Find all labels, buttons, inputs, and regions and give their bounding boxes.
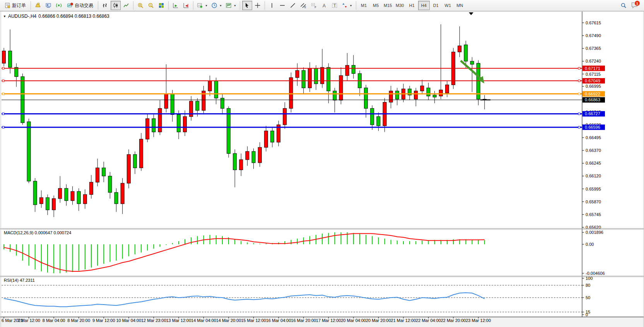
zoom-in-icon [137, 2, 143, 9]
text-tool-button[interactable]: A [319, 1, 329, 10]
chart-window: 0.676150.674900.673650.672400.671150.669… [0, 11, 644, 327]
svg-text:22 Mar 20:00: 22 Mar 20:00 [441, 318, 466, 323]
navigator-icon [45, 2, 51, 9]
timeframe-m30-button[interactable]: M30 [394, 1, 406, 10]
svg-text:12 Mar 23:00: 12 Mar 23:00 [141, 318, 166, 323]
chart-shift-button[interactable] [181, 1, 191, 10]
svg-text:0.67171: 0.67171 [585, 66, 600, 71]
new-order-label: 新订单 [12, 2, 26, 9]
autotrading-button[interactable]: 自动交易 [64, 1, 96, 10]
svg-text:F: F [314, 6, 316, 9]
toolbar-separator [133, 1, 133, 10]
crosshair-tool-button[interactable] [253, 1, 263, 10]
zoom-out-icon [148, 2, 154, 9]
svg-text:100: 100 [586, 276, 593, 281]
cursor-tool-button[interactable] [242, 1, 252, 10]
timeframe-m5-button[interactable]: M5 [370, 1, 382, 10]
svg-text:0.67049: 0.67049 [585, 78, 600, 83]
timeframe-m1-button[interactable]: M1 [358, 1, 370, 10]
svg-text:0.67240: 0.67240 [586, 59, 601, 63]
market-watch-button[interactable] [33, 1, 43, 10]
svg-text:17 Mar 12:00: 17 Mar 12:00 [316, 318, 341, 323]
svg-text:0.00: 0.00 [586, 242, 594, 247]
vertical-line-icon [269, 2, 275, 9]
search-icon [620, 2, 627, 9]
zoom-out-button[interactable] [146, 1, 156, 10]
chart-shift-icon [183, 2, 189, 9]
svg-text:0.65745: 0.65745 [586, 212, 601, 217]
crosshair-icon [255, 2, 261, 9]
svg-text:0.66370: 0.66370 [586, 148, 601, 153]
svg-text:E: E [304, 6, 306, 9]
signals-button[interactable] [54, 1, 64, 10]
svg-text:0: 0 [586, 312, 588, 317]
timeframe-w1-button[interactable]: W1 [442, 1, 454, 10]
toolbar-separator [356, 1, 356, 10]
autotrading-icon [67, 2, 73, 9]
notifications-button[interactable]: 1 [631, 1, 639, 10]
indicators-icon [197, 2, 203, 9]
text-label-icon: T [331, 2, 338, 9]
svg-text:0.001896: 0.001896 [586, 230, 603, 235]
svg-text:80: 80 [586, 283, 590, 288]
trendline-tool-button[interactable] [288, 1, 298, 10]
bar-chart-mode-button[interactable] [100, 1, 110, 10]
auto-scroll-button[interactable] [171, 1, 181, 10]
templates-icon [225, 2, 232, 9]
zoom-in-button[interactable] [135, 1, 145, 10]
periods-button[interactable]: ▼ [210, 1, 224, 10]
svg-text:7 Mar 12:00: 7 Mar 12:00 [17, 318, 40, 323]
indicators-button[interactable]: ▼ [195, 1, 209, 10]
new-order-icon [4, 2, 10, 9]
candlestick-mode-button[interactable] [111, 1, 121, 10]
toolbar-separator [31, 1, 31, 10]
svg-text:0.66120: 0.66120 [586, 174, 601, 178]
line-chart-mode-button[interactable] [121, 1, 131, 10]
svg-text:20 Mar 20:00: 20 Mar 20:00 [366, 318, 391, 323]
horizontal-line-tool-button[interactable] [277, 1, 287, 10]
svg-text:22 Mar 04:00: 22 Mar 04:00 [416, 318, 441, 323]
timeframe-mn-button[interactable]: MN [454, 1, 466, 10]
svg-text:0.67490: 0.67490 [586, 33, 601, 38]
bars-chart-icon [102, 2, 108, 9]
svg-text:0.66495: 0.66495 [586, 135, 601, 140]
toolbar-right-tools: 1 [618, 1, 642, 10]
chevron-down-icon: ▼ [234, 4, 236, 7]
timeframe-h1-button[interactable]: H1 [406, 1, 418, 10]
vertical-line-tool-button[interactable] [267, 1, 277, 10]
symbol-period-label: AUDUSD-,H4 [8, 14, 36, 19]
market-watch-icon [35, 2, 41, 9]
toolbar-separator [168, 1, 169, 10]
text-label-tool-button[interactable]: T [330, 1, 340, 10]
clock-icon [211, 2, 217, 9]
new-order-button[interactable]: 新订单 [2, 1, 29, 10]
timeframe-m15-button[interactable]: M15 [382, 1, 394, 10]
rsi-label: RSI(14) 47.2311 [4, 278, 35, 283]
svg-text:13 Mar 12:00: 13 Mar 12:00 [166, 318, 191, 323]
fibonacci-tool-button[interactable]: F [309, 1, 319, 10]
autotrading-label: 自动交易 [75, 2, 93, 9]
tile-windows-icon [158, 2, 164, 9]
svg-text:23 Mar 12:00: 23 Mar 12:00 [466, 318, 491, 323]
mt4-terminal-window: { "toolbar": { "new_order_label": "新订单",… [0, 0, 644, 327]
tile-windows-button[interactable] [156, 1, 166, 10]
templates-button[interactable]: ▼ [224, 1, 238, 10]
chart-canvas[interactable]: 0.676150.674900.673650.672400.671150.669… [0, 11, 644, 327]
arrows-icon [342, 2, 348, 9]
svg-text:0.67115: 0.67115 [586, 72, 601, 77]
timeframe-h4-button[interactable]: H4 [418, 1, 430, 10]
search-button[interactable] [618, 1, 629, 10]
svg-text:0.67615: 0.67615 [586, 20, 601, 25]
svg-text:0.66863: 0.66863 [585, 97, 600, 102]
arrows-tool-button[interactable]: ▼ [340, 1, 354, 10]
collapse-icon[interactable]: ▼ [3, 15, 6, 18]
timeframe-d1-button[interactable]: D1 [430, 1, 442, 10]
svg-text:16 Mar 20:00: 16 Mar 20:00 [291, 318, 316, 323]
svg-text:0.66922: 0.66922 [585, 92, 600, 96]
svg-text:0.66727: 0.66727 [585, 111, 600, 116]
toolbar-separator [265, 1, 265, 10]
navigator-button[interactable] [43, 1, 53, 10]
svg-text:-0.004606: -0.004606 [586, 271, 605, 276]
horizontal-line-icon [279, 2, 285, 9]
equidistant-channel-tool-button[interactable]: E [298, 1, 308, 10]
